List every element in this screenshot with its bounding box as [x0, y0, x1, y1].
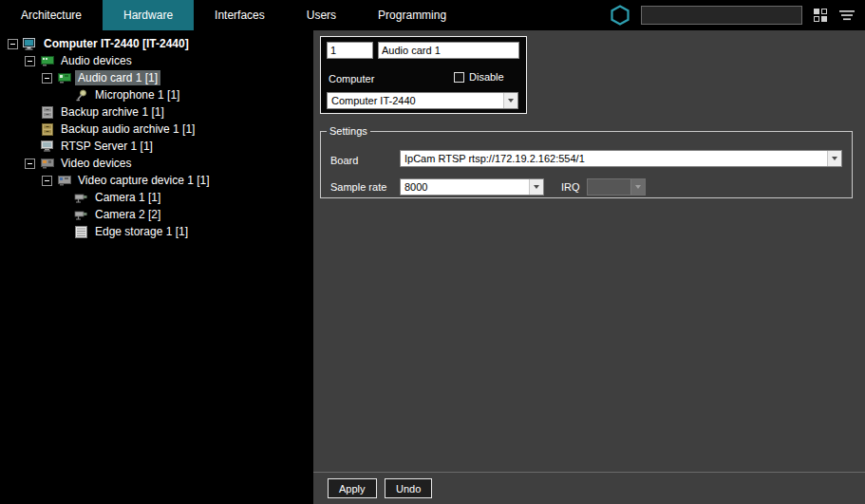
rtsp-server-icon	[39, 140, 55, 152]
tree-item-edge-storage[interactable]: Edge storage 1 [1]	[0, 223, 313, 240]
camera-icon	[73, 210, 89, 220]
tree-item-computer[interactable]: Computer IT-2440 [IT-2440]	[0, 35, 313, 52]
tree-item-camera-2[interactable]: Camera 2 [2]	[0, 206, 313, 223]
tree-item-audio-card[interactable]: Audio card 1 [1]	[0, 69, 313, 86]
board-select[interactable]: IpCam RTSP rtsp://172.19.2.162:554/1	[400, 150, 842, 167]
hardware-tree-panel: Computer IT-2440 [IT-2440] Audio devices	[0, 30, 313, 504]
tree-item-label: Video devices	[58, 156, 135, 171]
audio-card-icon	[56, 72, 72, 84]
collapse-icon[interactable]	[42, 176, 52, 186]
tree-item-label: RTSP Server 1 [1]	[58, 139, 156, 154]
edge-storage-icon	[73, 226, 89, 238]
collapse-icon[interactable]	[25, 56, 35, 66]
menu-filter-icon[interactable]	[838, 7, 856, 24]
irq-label: IRQ	[561, 181, 580, 193]
camera-icon	[73, 193, 89, 203]
chevron-down-icon[interactable]	[503, 93, 517, 108]
microphone-icon	[73, 89, 89, 102]
computer-icon	[22, 38, 38, 50]
video-capture-device-icon	[56, 175, 72, 186]
tab-hardware[interactable]: Hardware	[103, 0, 194, 30]
backup-archive-icon	[39, 106, 55, 119]
tab-users[interactable]: Users	[286, 0, 357, 30]
backup-audio-archive-icon	[39, 123, 55, 136]
tree-item-backup-archive[interactable]: Backup archive 1 [1]	[0, 103, 313, 121]
tree-item-label: Edge storage 1 [1]	[92, 224, 191, 239]
chevron-down-icon[interactable]	[827, 151, 841, 166]
hexagon-logo-icon	[609, 4, 631, 27]
computer-select[interactable]: Computer IT-2440	[327, 92, 518, 109]
undo-button[interactable]: Undo	[385, 478, 432, 498]
computer-select-value: Computer IT-2440	[328, 95, 503, 106]
object-identity-box: Computer Disable Computer IT-2440	[320, 36, 527, 114]
grid-icon[interactable]	[812, 7, 829, 24]
tab-programming[interactable]: Programming	[357, 0, 467, 30]
object-name-field[interactable]	[378, 42, 519, 59]
audio-devices-icon	[39, 55, 55, 66]
tree-item-label: Camera 1 [1]	[92, 190, 163, 205]
tree-item-video-capture-device[interactable]: Video capture device 1 [1]	[0, 172, 313, 189]
tree-item-label: Audio devices	[58, 53, 135, 68]
tree-item-camera-1[interactable]: Camera 1 [1]	[0, 189, 313, 206]
irq-select	[587, 178, 646, 196]
tree-item-label: Computer IT-2440 [IT-2440]	[41, 36, 192, 51]
tree-item-label: Microphone 1 [1]	[92, 87, 182, 103]
collapse-icon[interactable]	[25, 159, 35, 169]
tree-item-label: Backup archive 1 [1]	[58, 104, 167, 120]
tree-item-video-devices[interactable]: Video devices	[0, 155, 313, 172]
apply-button[interactable]: Apply	[328, 478, 377, 498]
chevron-down-icon	[630, 179, 645, 195]
sample-rate-label: Sample rate	[330, 181, 386, 193]
tab-interfaces[interactable]: Interfaces	[194, 0, 286, 30]
button-strip: Apply Undo	[313, 472, 865, 504]
tree-item-rtsp-server[interactable]: RTSP Server 1 [1]	[0, 138, 313, 155]
settings-group: Settings Board IpCam RTSP rtsp://172.19.…	[320, 125, 853, 198]
object-id-field[interactable]	[327, 42, 373, 59]
tree-item-microphone[interactable]: Microphone 1 [1]	[0, 86, 313, 103]
tree-item-audio-devices[interactable]: Audio devices	[0, 52, 313, 69]
computer-label: Computer	[329, 73, 374, 84]
collapse-icon[interactable]	[42, 73, 52, 84]
tree-item-label: Backup audio archive 1 [1]	[58, 121, 197, 137]
sample-rate-select[interactable]: 8000	[400, 178, 544, 196]
app-window: Architecture Hardware Interfaces Users P…	[0, 0, 865, 504]
chevron-down-icon[interactable]	[529, 179, 543, 195]
board-label: Board	[330, 155, 358, 166]
sample-rate-select-value: 8000	[401, 181, 529, 193]
properties-panel: Computer Disable Computer IT-2440 Settin…	[313, 30, 865, 504]
settings-legend: Settings	[327, 125, 370, 137]
tree-item-backup-audio-archive[interactable]: Backup audio archive 1 [1]	[0, 121, 313, 138]
tree-item-label: Audio card 1 [1]	[75, 70, 160, 85]
tab-architecture[interactable]: Architecture	[0, 0, 103, 30]
disable-label: Disable	[469, 71, 504, 83]
video-devices-icon	[39, 158, 55, 169]
tree-item-label: Video capture device 1 [1]	[75, 173, 213, 188]
disable-checkbox[interactable]	[454, 72, 464, 83]
collapse-icon[interactable]	[8, 39, 18, 49]
board-select-value: IpCam RTSP rtsp://172.19.2.162:554/1	[401, 153, 827, 164]
tree-item-label: Camera 2 [2]	[92, 207, 163, 222]
top-menu-bar: Architecture Hardware Interfaces Users P…	[0, 0, 865, 30]
search-input[interactable]	[641, 6, 802, 25]
